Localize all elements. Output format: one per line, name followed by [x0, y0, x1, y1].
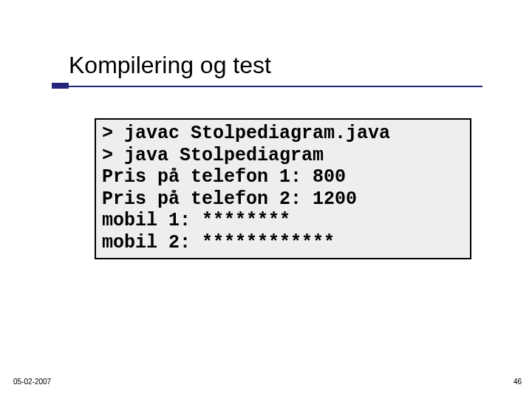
footer-date: 05-02-2007	[13, 378, 51, 386]
title-underline	[69, 86, 482, 87]
terminal-output-box: > javac Stolpediagram.java > java Stolpe…	[95, 118, 471, 259]
title-block: Kompilering og test	[69, 52, 482, 79]
slide: Kompilering og test > javac Stolpediagra…	[0, 0, 532, 399]
page-number: 46	[514, 378, 522, 386]
code-line: Pris på telefon 2: 1200	[102, 188, 464, 211]
code-line: Pris på telefon 1: 800	[102, 166, 464, 188]
code-line: > javac Stolpediagram.java	[102, 123, 464, 145]
code-line: mobil 2: ************	[102, 232, 464, 254]
slide-title: Kompilering og test	[69, 52, 482, 79]
title-accent-square	[52, 83, 69, 89]
code-line: > java Stolpediagram	[102, 145, 464, 167]
code-line: mobil 1: ********	[102, 210, 464, 232]
